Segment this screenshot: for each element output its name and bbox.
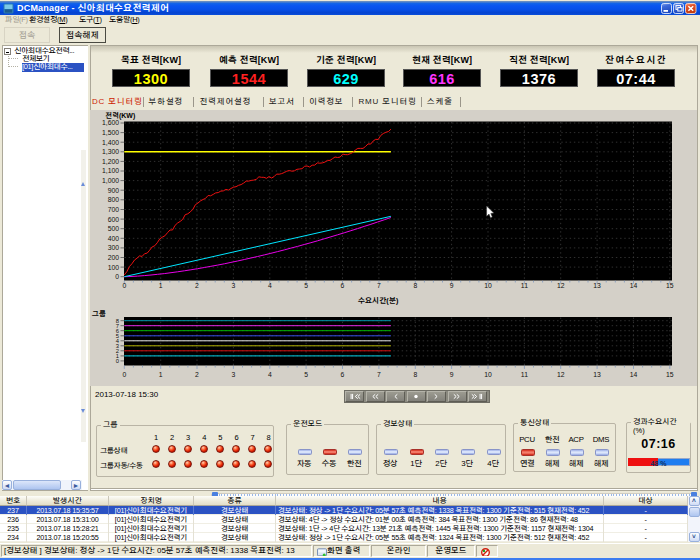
svg-text:1,200: 1,200 — [102, 158, 119, 165]
svg-text:500: 500 — [108, 225, 120, 232]
svg-text:13: 13 — [593, 371, 601, 378]
svg-text:수요시간(분): 수요시간(분) — [358, 296, 399, 305]
svg-text:1,000: 1,000 — [102, 177, 119, 184]
svg-text:5: 5 — [304, 371, 308, 378]
svg-text:1,500: 1,500 — [102, 129, 119, 136]
svg-text:6: 6 — [341, 282, 345, 289]
svg-text:2: 2 — [195, 282, 199, 289]
svg-text:1,300: 1,300 — [102, 148, 119, 155]
svg-text:11: 11 — [521, 282, 528, 289]
svg-text:6: 6 — [341, 371, 345, 378]
svg-text:5: 5 — [304, 282, 308, 289]
svg-text:3: 3 — [232, 282, 236, 289]
svg-text:10: 10 — [484, 282, 492, 289]
svg-text:300: 300 — [108, 244, 120, 251]
svg-text:0: 0 — [122, 371, 126, 378]
svg-text:3: 3 — [232, 371, 236, 378]
svg-text:13: 13 — [593, 282, 601, 289]
svg-text:1,600: 1,600 — [102, 119, 119, 126]
svg-text:0: 0 — [115, 273, 119, 280]
svg-text:12: 12 — [557, 371, 565, 378]
svg-text:1: 1 — [159, 371, 163, 378]
svg-text:400: 400 — [108, 235, 120, 242]
svg-text:12: 12 — [557, 282, 565, 289]
svg-text:8: 8 — [413, 282, 417, 289]
svg-text:10: 10 — [484, 371, 492, 378]
svg-text:1,400: 1,400 — [102, 139, 119, 146]
svg-text:7: 7 — [377, 282, 381, 289]
svg-text:1: 1 — [159, 282, 163, 289]
svg-text:0: 0 — [122, 282, 126, 289]
svg-text:2: 2 — [195, 371, 199, 378]
svg-text:그룹: 그룹 — [92, 310, 106, 317]
svg-text:14: 14 — [630, 282, 638, 289]
svg-text:900: 900 — [108, 187, 120, 194]
svg-text:1,100: 1,100 — [102, 167, 119, 174]
svg-text:600: 600 — [108, 216, 120, 223]
svg-text:11: 11 — [521, 371, 528, 378]
svg-text:8: 8 — [116, 318, 119, 324]
svg-text:100: 100 — [108, 264, 120, 271]
svg-text:9: 9 — [450, 282, 454, 289]
svg-text:700: 700 — [108, 206, 120, 213]
svg-text:15: 15 — [666, 371, 674, 378]
svg-text:4: 4 — [268, 282, 272, 289]
svg-text:15: 15 — [666, 282, 674, 289]
svg-text:4: 4 — [268, 371, 272, 378]
svg-text:14: 14 — [630, 371, 638, 378]
svg-text:9: 9 — [450, 371, 454, 378]
svg-text:8: 8 — [413, 371, 417, 378]
svg-text:800: 800 — [108, 196, 120, 203]
svg-text:7: 7 — [377, 371, 381, 378]
svg-text:200: 200 — [108, 254, 120, 261]
svg-text:전력(KW): 전력(KW) — [105, 112, 135, 120]
